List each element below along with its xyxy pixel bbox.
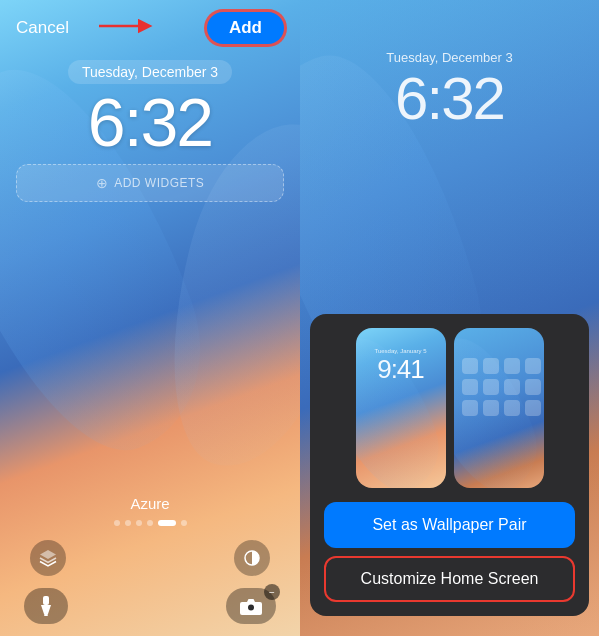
popup-menu: Tuesday, January 5 9:41 <box>310 314 589 616</box>
mini-icon-8 <box>525 379 541 395</box>
mini-icon-6 <box>483 379 499 395</box>
top-bar: Cancel Add <box>0 0 300 52</box>
torch-button[interactable] <box>24 588 68 624</box>
lock-screen-content: Tuesday, December 3 6:32 ⊕ ADD WIDGETS <box>0 52 300 202</box>
add-button[interactable]: Add <box>207 12 284 44</box>
bottom-action-icons: − <box>0 588 300 624</box>
left-panel: Cancel Add Tuesday, December 3 6:32 ⊕ AD… <box>0 0 300 636</box>
bottom-controls: Azure <box>0 495 300 576</box>
mini-home-screen <box>454 328 544 488</box>
svg-point-6 <box>248 605 254 611</box>
dot-2 <box>125 520 131 526</box>
mini-app-icons <box>462 358 536 416</box>
mini-icon-2 <box>483 358 499 374</box>
layers-icon[interactable] <box>30 540 66 576</box>
dot-1 <box>114 520 120 526</box>
svg-rect-3 <box>43 596 49 605</box>
dot-5-active <box>158 520 176 526</box>
right-lock-date: Tuesday, December 3 <box>316 50 583 65</box>
mini-icon-11 <box>504 400 520 416</box>
svg-rect-5 <box>44 614 48 616</box>
mini-icon-1 <box>462 358 478 374</box>
customize-home-screen-button[interactable]: Customize Home Screen <box>324 556 575 602</box>
wallpaper-name: Azure <box>0 495 300 512</box>
mini-icon-7 <box>504 379 520 395</box>
dot-indicators <box>0 520 300 526</box>
svg-marker-4 <box>41 605 51 614</box>
mini-icon-3 <box>504 358 520 374</box>
lock-time: 6:32 <box>16 88 284 156</box>
dot-4 <box>147 520 153 526</box>
right-lock-time: 6:32 <box>316 69 583 129</box>
mini-icon-10 <box>483 400 499 416</box>
dot-6 <box>181 520 187 526</box>
mini-icon-9 <box>462 400 478 416</box>
cancel-button[interactable]: Cancel <box>16 18 69 38</box>
mini-lock-screen: Tuesday, January 5 9:41 <box>356 328 446 488</box>
right-panel: Tuesday, December 3 6:32 Tuesday, Januar… <box>300 0 599 636</box>
mini-icon-12 <box>525 400 541 416</box>
set-wallpaper-pair-button[interactable]: Set as Wallpaper Pair <box>324 502 575 548</box>
mini-icon-4 <box>525 358 541 374</box>
add-widgets-button[interactable]: ⊕ ADD WIDGETS <box>16 164 284 202</box>
lock-date: Tuesday, December 3 <box>68 60 232 84</box>
camera-button[interactable]: − <box>226 588 276 624</box>
mini-phone-previews: Tuesday, January 5 9:41 <box>324 328 575 488</box>
mini-icon-5 <box>462 379 478 395</box>
icon-controls <box>0 540 300 576</box>
arrow-indicator <box>95 14 155 42</box>
remove-badge: − <box>264 584 280 600</box>
add-widgets-label: ADD WIDGETS <box>114 176 204 190</box>
contrast-icon[interactable] <box>234 540 270 576</box>
right-lock-content: Tuesday, December 3 6:32 <box>300 0 599 129</box>
plus-icon: ⊕ <box>96 175 109 191</box>
dot-3 <box>136 520 142 526</box>
